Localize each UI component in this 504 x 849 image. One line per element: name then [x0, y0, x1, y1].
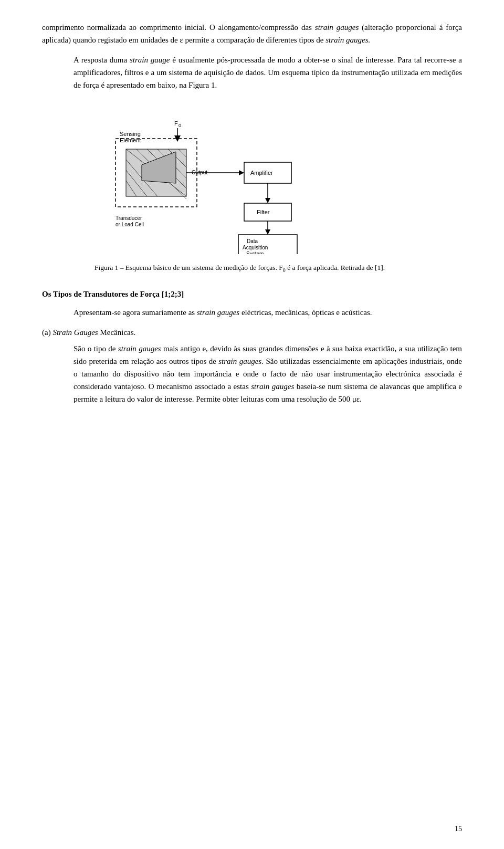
paragraph-2: A resposta duma strain gauge é usualment… — [74, 54, 462, 91]
page-number: 15 — [455, 825, 462, 833]
svg-text:0: 0 — [178, 123, 181, 128]
figure-diagram: Sensing Element F 0 — [100, 107, 404, 254]
section-heading-text: Os Tipos de Transdutores de Força [1;2;3… — [42, 290, 184, 298]
figure-caption-text: Figura 1 – Esquema básico de um sistema … — [94, 264, 385, 271]
section-heading: Os Tipos de Transdutores de Força [1;2;3… — [42, 290, 462, 299]
para-3-text: Apresentam-se agora sumariamente as stra… — [74, 306, 462, 319]
svg-text:Data: Data — [247, 238, 258, 244]
svg-marker-21 — [239, 170, 244, 175]
svg-marker-25 — [265, 198, 270, 203]
svg-text:Transducer: Transducer — [116, 215, 142, 221]
svg-text:Sensing: Sensing — [120, 131, 141, 137]
svg-text:Filter: Filter — [257, 209, 270, 215]
para-1-text: comprimento normalizada ao comprimento i… — [42, 21, 462, 46]
paragraph-4: São o tipo de strain gauges mais antigo … — [74, 342, 462, 405]
figure-1: Sensing Element F 0 — [42, 107, 462, 274]
para-2-text: A resposta duma strain gauge é usualment… — [74, 54, 462, 91]
page-number-text: 15 — [455, 825, 462, 833]
svg-text:Acquisition: Acquisition — [243, 245, 268, 250]
svg-marker-29 — [265, 229, 270, 235]
paragraph-1: comprimento normalizada ao comprimento i… — [42, 21, 462, 46]
paragraph-3: Apresentam-se agora sumariamente as stra… — [74, 306, 462, 319]
svg-text:Element: Element — [120, 137, 141, 143]
svg-text:System: System — [246, 251, 264, 254]
svg-text:Amplifier: Amplifier — [250, 170, 273, 176]
subsection-a-text: (a) Strain Gauges Mecânicas. — [42, 328, 135, 337]
figure-caption: Figura 1 – Esquema básico de um sistema … — [94, 263, 410, 274]
subsection-a-heading: (a) Strain Gauges Mecânicas. — [42, 328, 462, 337]
para-4-text: São o tipo de strain gauges mais antigo … — [74, 342, 462, 405]
svg-text:F: F — [174, 120, 178, 127]
svg-text:or Load Cell: or Load Cell — [116, 222, 144, 227]
page-container: comprimento normalizada ao comprimento i… — [0, 0, 504, 849]
